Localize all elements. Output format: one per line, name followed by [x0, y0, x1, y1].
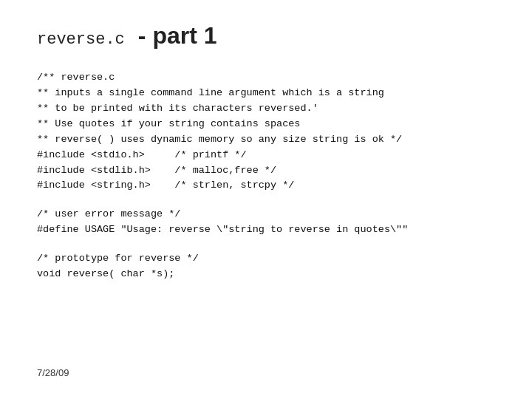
- slide-header: reverse.c - part 1: [37, 22, 495, 50]
- page: reverse.c - part 1 /** reverse.c ** inpu…: [0, 0, 532, 399]
- title-filename: reverse.c: [37, 30, 125, 49]
- code-section-1: /** reverse.c ** inputs a single command…: [37, 70, 495, 194]
- title-part: - part 1: [138, 22, 217, 50]
- code-block-3: /* prototype for reverse */ void reverse…: [37, 251, 495, 282]
- code-section-2: /* user error message */ #define USAGE "…: [37, 207, 495, 238]
- code-block-2: /* user error message */ #define USAGE "…: [37, 207, 495, 238]
- slide-footer: 7/28/09: [37, 367, 69, 378]
- code-block-1: /** reverse.c ** inputs a single command…: [37, 70, 495, 194]
- code-section-3: /* prototype for reverse */ void reverse…: [37, 251, 495, 282]
- footer-date: 7/28/09: [37, 367, 69, 378]
